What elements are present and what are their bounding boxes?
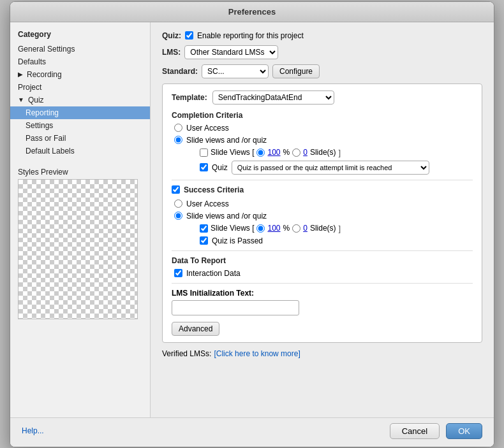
completion-slide-views-label: Slide views and /or quiz <box>186 136 267 145</box>
sidebar-item-default-labels[interactable]: Default Labels <box>10 145 150 157</box>
success-percent-radio[interactable] <box>256 224 265 233</box>
standard-row: Standard: SC... SCORM 1.2 SCORM 2004 Con… <box>162 64 482 78</box>
success-slide-views-checkbox[interactable] <box>200 224 208 233</box>
data-to-report-title: Data To Report <box>172 256 473 265</box>
sidebar-item-defaults[interactable]: Defaults <box>10 55 150 68</box>
success-criteria-title-row: Success Criteria <box>172 185 473 194</box>
lms-init-label: LMS Initialization Text: <box>172 289 473 298</box>
success-quiz-passed-checkbox[interactable] <box>200 236 208 245</box>
quiz-arrow-icon: ▼ <box>18 96 24 103</box>
success-slides-count[interactable]: 0 <box>303 224 308 233</box>
verified-lms-label: Verified LMSs: <box>162 349 211 358</box>
template-row: Template: SendTrackingDataAtEnd SendTrac… <box>172 90 473 105</box>
success-slides-radio[interactable] <box>292 224 300 233</box>
success-quiz-passed-row: Quiz is Passed <box>172 236 473 245</box>
completion-slide-views-bracket-label: Slide Views [ <box>211 148 254 157</box>
completion-bracket-close: ] <box>339 148 341 157</box>
completion-slides-label: Slide(s) <box>310 148 336 157</box>
success-user-access-row: User Access <box>172 199 473 208</box>
completion-user-access-radio[interactable] <box>174 124 182 132</box>
footer: Help... Cancel OK <box>10 417 494 447</box>
success-user-access-radio[interactable] <box>174 199 182 208</box>
styles-preview-box <box>18 179 138 319</box>
enable-reporting-row: Quiz: Enable reporting for this project <box>162 31 482 40</box>
completion-quiz-label: Quiz <box>212 163 228 172</box>
success-user-access-label: User Access <box>186 199 229 208</box>
completion-user-access-row: User Access <box>172 124 473 133</box>
completion-quiz-checkbox[interactable] <box>200 163 208 171</box>
preferences-dialog: Preferences Category General Settings De… <box>10 1 494 447</box>
footer-buttons: Cancel OK <box>390 423 482 439</box>
sidebar: Category General Settings Defaults ▶ Rec… <box>10 22 151 417</box>
completion-percent-radio[interactable] <box>256 148 265 157</box>
main-content: Quiz: Enable reporting for this project … <box>151 22 494 417</box>
success-criteria-checkbox[interactable] <box>172 185 180 194</box>
verified-lms-row: Verified LMSs: [Click here to know more] <box>162 349 482 358</box>
success-quiz-passed-label: Quiz is Passed <box>212 236 263 245</box>
sidebar-item-reporting[interactable]: Reporting <box>10 106 150 119</box>
success-percent-value[interactable]: 100 <box>267 224 280 233</box>
success-slide-views-row: Slide views and /or quiz <box>172 212 473 220</box>
enable-reporting-text: Enable reporting for this project <box>197 31 304 40</box>
lms-select[interactable]: Other Standard LMSs SCORM 1.2 SCORM 2004… <box>184 45 278 59</box>
completion-slide-views-row: Slide views and /or quiz <box>172 136 473 145</box>
sidebar-item-settings[interactable]: Settings <box>10 119 150 132</box>
ok-button[interactable]: OK <box>446 423 482 439</box>
success-slide-views-bracket-label: Slide Views [ <box>211 224 254 233</box>
completion-percent-sign: % <box>283 148 290 157</box>
template-label: Template: <box>172 93 207 102</box>
lms-init-input[interactable] <box>172 300 299 315</box>
help-link[interactable]: Help... <box>22 426 44 435</box>
sidebar-header: Category <box>10 27 150 43</box>
verified-lms-link[interactable]: [Click here to know more] <box>214 349 300 358</box>
lms-row: LMS: Other Standard LMSs SCORM 1.2 SCORM… <box>162 45 482 59</box>
enable-reporting-checkbox[interactable] <box>185 31 193 40</box>
styles-preview-label: Styles Preview <box>18 168 142 177</box>
success-slide-views-radio[interactable] <box>174 212 182 220</box>
success-percent-sign: % <box>283 224 290 233</box>
advanced-button[interactable]: Advanced <box>172 322 219 336</box>
success-slide-views-detail: Slide Views [ 100 % 0 Slide(s) ] <box>172 224 473 233</box>
success-slide-views-label: Slide views and /or quiz <box>186 212 267 220</box>
success-criteria-title: Success Criteria <box>184 185 244 194</box>
sidebar-item-recording[interactable]: ▶ Recording <box>10 68 150 81</box>
sidebar-item-quiz[interactable]: ▼ Quiz <box>10 94 150 106</box>
completion-criteria-title: Completion Criteria <box>172 111 473 120</box>
sidebar-item-general-settings[interactable]: General Settings <box>10 43 150 55</box>
completion-slides-radio[interactable] <box>292 148 300 157</box>
interaction-data-row: Interaction Data <box>172 269 473 278</box>
sidebar-item-pass-or-fail[interactable]: Pass or Fail <box>10 132 150 145</box>
template-select[interactable]: SendTrackingDataAtEnd SendTrackingDataPe… <box>212 90 334 105</box>
success-bracket-close: ] <box>339 224 341 233</box>
sidebar-item-project[interactable]: Project <box>10 81 150 94</box>
completion-slide-views-detail: Slide Views [ 100 % 0 Slide(s) ] <box>172 148 473 157</box>
interaction-data-label: Interaction Data <box>186 269 241 278</box>
dialog-title: Preferences <box>10 2 494 22</box>
standard-label: Standard: <box>162 67 198 76</box>
lms-label: LMS: <box>162 48 181 57</box>
interaction-data-checkbox[interactable] <box>174 269 182 277</box>
completion-quiz-row: Quiz Quiz is passed or the quiz attempt … <box>172 161 473 175</box>
configure-button[interactable]: Configure <box>272 64 320 78</box>
success-slides-label: Slide(s) <box>310 224 336 233</box>
completion-slide-views-checkbox[interactable] <box>200 148 208 157</box>
completion-user-access-label: User Access <box>186 124 229 133</box>
standard-select[interactable]: SC... SCORM 1.2 SCORM 2004 <box>202 64 269 78</box>
quiz-label: Quiz: <box>162 31 181 40</box>
recording-arrow-icon: ▶ <box>18 71 23 78</box>
cancel-button[interactable]: Cancel <box>390 423 440 439</box>
completion-percent-value[interactable]: 100 <box>267 148 280 157</box>
completion-slides-count[interactable]: 0 <box>303 148 308 157</box>
completion-slide-views-radio[interactable] <box>174 136 182 144</box>
inner-panel: Template: SendTrackingDataAtEnd SendTrac… <box>162 83 482 343</box>
completion-quiz-select[interactable]: Quiz is passed or the quiz attempt limit… <box>232 161 429 175</box>
